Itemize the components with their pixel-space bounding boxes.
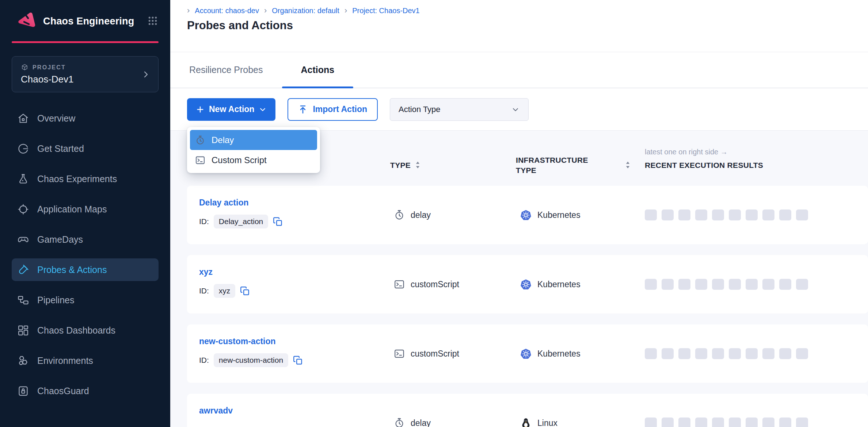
id-label: ID: [199, 286, 209, 295]
breadcrumb-link[interactable]: Organization: default [264, 6, 339, 15]
test-tube-icon [17, 264, 29, 276]
column-header-type[interactable]: TYPE [390, 161, 420, 170]
table-area: TYPE INFRASTRUCTURE TYPE latest one on r… [170, 130, 868, 427]
sidebar-item[interactable]: Application Maps [12, 198, 159, 220]
stopwatch-icon [394, 209, 405, 220]
execution-result-placeholder [796, 209, 808, 220]
action-id-line: ID: Delay_action [199, 215, 283, 228]
action-name-link[interactable]: Delay action [199, 198, 249, 208]
table-row: awrvadv delay Linux [187, 394, 868, 427]
execution-result-placeholder [796, 348, 808, 359]
execution-result-placeholder [729, 348, 741, 359]
action-id-line: ID: new-custom-action [199, 353, 303, 367]
execution-result-placeholder [662, 418, 674, 427]
results-order-note: latest one on right side → [645, 148, 728, 156]
sidebar-item[interactable]: Pipelines [12, 289, 159, 311]
action-type-select[interactable]: Action Type [390, 98, 529, 121]
copy-id-button[interactable] [273, 217, 283, 227]
id-label: ID: [199, 356, 209, 365]
import-action-button[interactable]: Import Action [288, 98, 378, 121]
stopwatch-icon [195, 135, 205, 145]
sidebar: Chaos Engineering PROJECT Chaos-Dev1 [0, 0, 170, 427]
action-name-link[interactable]: new-custom-action [199, 336, 276, 346]
sidebar-item-label: Pipelines [37, 295, 74, 305]
sidebar-item[interactable]: Overview [12, 107, 159, 130]
app-window: Chaos Engineering PROJECT Chaos-Dev1 [0, 0, 868, 427]
sidebar-nav: Overview Get Started Chaos Experiments A… [12, 107, 159, 402]
sidebar-item[interactable]: Probes & Actions [12, 258, 159, 281]
action-type-value: delay [411, 418, 431, 427]
menu-item[interactable]: Delay [190, 130, 317, 150]
sidebar-item-label: Get Started [37, 143, 84, 154]
execution-result-placeholder [779, 348, 791, 359]
action-type-value: customScript [411, 349, 459, 359]
environments-icon [17, 355, 29, 367]
execution-result-placeholder [678, 418, 690, 427]
copy-id-button[interactable] [240, 286, 250, 296]
tab-bar: Resilience Probes Actions [170, 52, 868, 88]
action-id-line: ID: xyz [199, 284, 250, 298]
recent-execution-results-cell [645, 394, 808, 427]
menu-item[interactable]: Custom Script [190, 150, 317, 170]
execution-result-placeholder [645, 279, 657, 290]
execution-result-placeholder [796, 279, 808, 290]
stopwatch-icon [394, 418, 405, 427]
sidebar-item-label: GameDays [37, 234, 83, 245]
recent-execution-results-cell [645, 324, 808, 383]
terminal-icon [195, 155, 205, 165]
execution-result-placeholder [762, 279, 774, 290]
app-switcher-grid-icon[interactable] [146, 14, 159, 28]
sidebar-item[interactable]: Chaos Dashboards [12, 319, 159, 342]
execution-result-placeholder [662, 209, 674, 220]
execution-result-placeholder [712, 348, 724, 359]
execution-result-placeholder [746, 348, 758, 359]
new-action-button[interactable]: New Action [187, 98, 275, 121]
chevron-right-icon [141, 70, 150, 79]
execution-result-placeholder [779, 418, 791, 427]
breadcrumb-link[interactable]: Project: Chaos-Dev1 [344, 6, 420, 15]
sidebar-item[interactable]: GameDays [12, 228, 159, 251]
execution-result-placeholder [645, 348, 657, 359]
execution-result-placeholder [645, 209, 657, 220]
kubernetes-icon [520, 209, 532, 221]
sidebar-item[interactable]: Chaos Experiments [12, 168, 159, 190]
recent-execution-results-cell [645, 255, 808, 313]
action-type-value: delay [411, 210, 431, 220]
execution-result-placeholder [695, 418, 707, 427]
action-type-value: customScript [411, 280, 459, 289]
execution-result-placeholder [695, 348, 707, 359]
project-selector[interactable]: PROJECT Chaos-Dev1 [12, 56, 159, 92]
app-title: Chaos Engineering [43, 16, 134, 27]
sidebar-item[interactable]: Get Started [12, 137, 159, 160]
get-started-icon [17, 143, 29, 155]
sidebar-item-label: Chaos Dashboards [37, 325, 115, 336]
infrastructure-cell: Kubernetes [520, 186, 580, 244]
project-name: Chaos-Dev1 [21, 74, 149, 85]
sidebar-item[interactable]: Environments [12, 349, 159, 372]
execution-result-placeholder [762, 418, 774, 427]
action-type-cell: customScript [394, 324, 459, 383]
execution-result-placeholder [729, 209, 741, 220]
execution-result-placeholder [662, 279, 674, 290]
sidebar-item-label: Chaos Experiments [37, 174, 117, 184]
copy-icon [293, 355, 303, 365]
linux-icon [520, 418, 532, 427]
infrastructure-cell: Kubernetes [520, 324, 580, 383]
breadcrumb-link[interactable]: Account: chaos-dev [187, 6, 259, 15]
tab[interactable]: Resilience Probes [170, 52, 282, 88]
gamepad-icon [17, 234, 29, 246]
infrastructure-sort-button[interactable] [625, 161, 630, 170]
new-action-dropdown-menu: Delay Custom Script [187, 127, 320, 173]
sort-icon [415, 161, 420, 169]
copy-id-button[interactable] [293, 355, 303, 365]
import-action-label: Import Action [313, 104, 367, 114]
tab[interactable]: Actions [282, 52, 354, 88]
tab-label: Actions [301, 65, 335, 75]
column-header-recent-execution-results: RECENT EXECUTION RESULTS [645, 161, 763, 170]
action-name-link[interactable]: awrvadv [199, 406, 233, 416]
sidebar-item-label: Overview [37, 113, 75, 124]
infrastructure-value: Kubernetes [537, 349, 580, 359]
table-row: Delay action ID: Delay_action delay [187, 186, 868, 244]
sidebar-item[interactable]: ChaosGuard [12, 380, 159, 402]
action-name-link[interactable]: xyz [199, 267, 213, 277]
